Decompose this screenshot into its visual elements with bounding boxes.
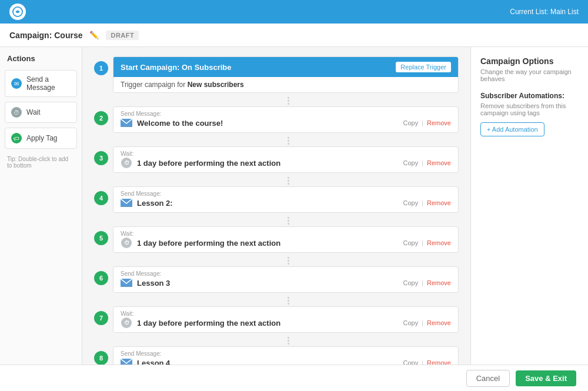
remove-link-3[interactable]: Remove: [427, 159, 451, 166]
connector-4: [118, 175, 459, 186]
campaign-bar: Campaign: Course ✏️ DRAFT: [0, 24, 588, 47]
copy-link-5[interactable]: Copy: [403, 239, 418, 246]
step-num-7: 7: [94, 311, 108, 325]
step-icon-4: [121, 198, 132, 208]
action-wait[interactable]: ⏱ Wait: [5, 102, 77, 123]
step-actions-6: Copy | Remove: [403, 279, 451, 286]
step-icon-7: ⏱: [121, 318, 132, 327]
right-panel: Campaign Options Change the way your cam…: [470, 47, 588, 391]
workflow-trigger: 1 Start Campaign: On Subscribe Replace T…: [94, 56, 459, 93]
copy-link-7[interactable]: Copy: [403, 319, 418, 326]
step-type-5: Wait:: [121, 230, 451, 237]
sidebar: Actions ✉ Send a Message ⏱ Wait 🏷 Apply …: [0, 47, 82, 391]
send-message-label: Send a Message: [26, 75, 71, 92]
copy-link-6[interactable]: Copy: [403, 279, 418, 286]
automation-label: Subscriber Automations:: [480, 92, 579, 100]
connector-6: [118, 255, 459, 266]
cancel-button[interactable]: Cancel: [466, 370, 510, 387]
content-area: 1 Start Campaign: On Subscribe Replace T…: [82, 47, 470, 391]
step-content-3: Wait: ⏱ 1 day before performing the next…: [113, 147, 458, 172]
step-text-2: Welcome to the course!: [137, 119, 223, 128]
remove-link-4[interactable]: Remove: [427, 199, 451, 206]
step-card-3: Wait: ⏱ 1 day before performing the next…: [113, 146, 459, 173]
steps-container: 2 Send Message: Welcome to the course! C…: [94, 95, 459, 391]
step-actions-7: Copy | Remove: [403, 319, 451, 326]
step-actions-4: Copy | Remove: [403, 199, 451, 206]
step-num-6: 6: [94, 271, 108, 285]
campaign-options-title: Campaign Options: [480, 56, 579, 66]
step-num-5: 5: [94, 231, 108, 245]
campaign-options-subtitle: Change the way your campaign behaves: [480, 68, 579, 82]
step-body-4: Lesson 2: Copy | Remove: [121, 198, 451, 208]
save-exit-button[interactable]: Save & Exit: [516, 370, 576, 386]
step-body-5: ⏱ 1 day before performing the next actio…: [121, 238, 451, 248]
step-type-7: Wait:: [121, 310, 451, 317]
remove-link-7[interactable]: Remove: [427, 319, 451, 326]
step-num-3: 3: [94, 151, 108, 165]
trigger-header: Start Campaign: On Subscribe Replace Tri…: [113, 57, 458, 77]
step-text-7: 1 day before performing the next action: [137, 319, 280, 327]
campaign-label: Campaign: Course: [9, 31, 82, 40]
step-content-7: Wait: ⏱ 1 day before performing the next…: [113, 307, 458, 332]
add-automation-button[interactable]: + Add Automation: [480, 122, 544, 136]
replace-trigger-button[interactable]: Replace Trigger: [396, 62, 451, 72]
step-card-7: Wait: ⏱ 1 day before performing the next…: [113, 306, 459, 333]
step-text-5: 1 day before performing the next action: [137, 239, 280, 248]
step-icon-3: ⏱: [121, 158, 132, 168]
step-card-4: Send Message: Lesson 2: Copy | Remove: [113, 186, 459, 213]
workflow-step-5: 5 Wait: ⏱ 1 day before performing the ne…: [94, 226, 459, 253]
step-actions-2: Copy | Remove: [403, 119, 451, 126]
workflow-step-7: 7 Wait: ⏱ 1 day before performing the ne…: [94, 306, 459, 333]
step-icon-5: ⏱: [121, 238, 132, 248]
automation-desc: Remove subscribers from this campaign us…: [480, 102, 579, 116]
connector-7: [118, 295, 459, 306]
step-content-5: Wait: ⏱ 1 day before performing the next…: [113, 227, 458, 252]
workflow-step-6: 6 Send Message: Lesson 3 Copy | Remove: [94, 266, 459, 293]
step-type-6: Send Message:: [121, 270, 451, 277]
top-nav: Current List: Main List: [0, 0, 588, 24]
action-apply-tag[interactable]: 🏷 Apply Tag: [5, 128, 77, 149]
copy-link-2[interactable]: Copy: [403, 119, 418, 126]
step-content-6: Send Message: Lesson 3 Copy | Remove: [113, 267, 458, 292]
workflow-step-2: 2 Send Message: Welcome to the course! C…: [94, 106, 459, 133]
step-body-6: Lesson 3 Copy | Remove: [121, 278, 451, 288]
step-text-6: Lesson 3: [137, 279, 170, 288]
step-left-4: Lesson 2:: [121, 198, 173, 208]
workflow-step-3: 3 Wait: ⏱ 1 day before performing the ne…: [94, 146, 459, 173]
step-num-4: 4: [94, 191, 108, 205]
connector-5: [118, 215, 459, 226]
tag-action-icon: 🏷: [11, 133, 22, 143]
step-actions-3: Copy | Remove: [403, 159, 451, 166]
copy-link-3[interactable]: Copy: [403, 159, 418, 166]
email-action-icon: ✉: [11, 78, 22, 89]
step-left-7: ⏱ 1 day before performing the next actio…: [121, 318, 280, 327]
remove-link-5[interactable]: Remove: [427, 239, 451, 246]
step-icon-6: [121, 278, 132, 288]
copy-link-4[interactable]: Copy: [403, 199, 418, 206]
step-card-6: Send Message: Lesson 3 Copy | Remove: [113, 266, 459, 293]
step-left-3: ⏱ 1 day before performing the next actio…: [121, 158, 280, 168]
bottom-bar: Cancel Save & Exit: [0, 365, 588, 391]
edit-icon[interactable]: ✏️: [89, 31, 99, 39]
step-num-8: 8: [94, 351, 108, 365]
current-list: Current List: Main List: [510, 8, 579, 16]
remove-link-6[interactable]: Remove: [427, 279, 451, 286]
remove-link-2[interactable]: Remove: [427, 119, 451, 126]
wait-label: Wait: [26, 108, 41, 116]
step-body-7: ⏱ 1 day before performing the next actio…: [121, 318, 451, 327]
step-type-8: Send Message:: [121, 350, 451, 357]
step-text-3: 1 day before performing the next action: [137, 159, 280, 168]
step-num-1: 1: [94, 61, 108, 75]
step-left-6: Lesson 3: [121, 278, 170, 288]
step-type-3: Wait:: [121, 151, 451, 157]
step-text-4: Lesson 2:: [137, 199, 173, 208]
connector-8: [118, 335, 459, 346]
step-actions-5: Copy | Remove: [403, 239, 451, 246]
wait-action-icon: ⏱: [11, 107, 22, 118]
step-card-2: Send Message: Welcome to the course! Cop…: [113, 106, 459, 133]
logo: [9, 4, 26, 20]
step-type-4: Send Message:: [121, 191, 451, 197]
step-num-2: 2: [94, 111, 108, 125]
action-send-message[interactable]: ✉ Send a Message: [5, 70, 77, 97]
step-body-3: ⏱ 1 day before performing the next actio…: [121, 158, 451, 168]
